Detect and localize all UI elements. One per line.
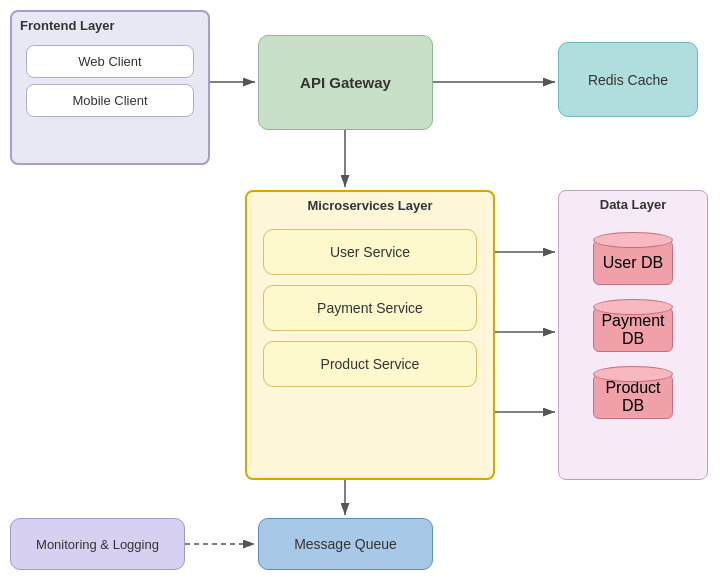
architecture-diagram: Frontend Layer Web Client Mobile Client … [0, 0, 724, 584]
web-client-box: Web Client [26, 45, 194, 78]
payment-db: Payment DB [593, 299, 673, 352]
message-queue-label: Message Queue [294, 536, 397, 552]
mobile-client-box: Mobile Client [26, 84, 194, 117]
product-db-label: Product DB [594, 379, 672, 415]
user-service-label: User Service [330, 244, 410, 260]
product-db: Product DB [593, 366, 673, 419]
redis-cache-box: Redis Cache [558, 42, 698, 117]
microservices-layer-title: Microservices Layer [247, 192, 493, 219]
frontend-layer: Frontend Layer Web Client Mobile Client [10, 10, 210, 165]
user-db: User DB [593, 232, 673, 285]
product-service-label: Product Service [321, 356, 420, 372]
redis-cache-label: Redis Cache [588, 72, 668, 88]
api-gateway-label: API Gateway [300, 74, 391, 91]
message-queue-box: Message Queue [258, 518, 433, 570]
monitoring-label: Monitoring & Logging [36, 537, 159, 552]
payment-service-box: Payment Service [263, 285, 477, 331]
product-db-top [593, 366, 673, 382]
payment-db-label: Payment DB [594, 312, 672, 348]
product-service-box: Product Service [263, 341, 477, 387]
monitoring-box: Monitoring & Logging [10, 518, 185, 570]
payment-db-top [593, 299, 673, 315]
user-db-label: User DB [603, 254, 663, 272]
frontend-layer-title: Frontend Layer [12, 12, 208, 39]
microservices-layer: Microservices Layer User Service Payment… [245, 190, 495, 480]
api-gateway-box: API Gateway [258, 35, 433, 130]
mobile-client-label: Mobile Client [72, 93, 147, 108]
data-layer-title: Data Layer [559, 191, 707, 218]
user-service-box: User Service [263, 229, 477, 275]
payment-service-label: Payment Service [317, 300, 423, 316]
web-client-label: Web Client [78, 54, 141, 69]
data-layer: Data Layer User DB Payment DB Product DB [558, 190, 708, 480]
user-db-top [593, 232, 673, 248]
